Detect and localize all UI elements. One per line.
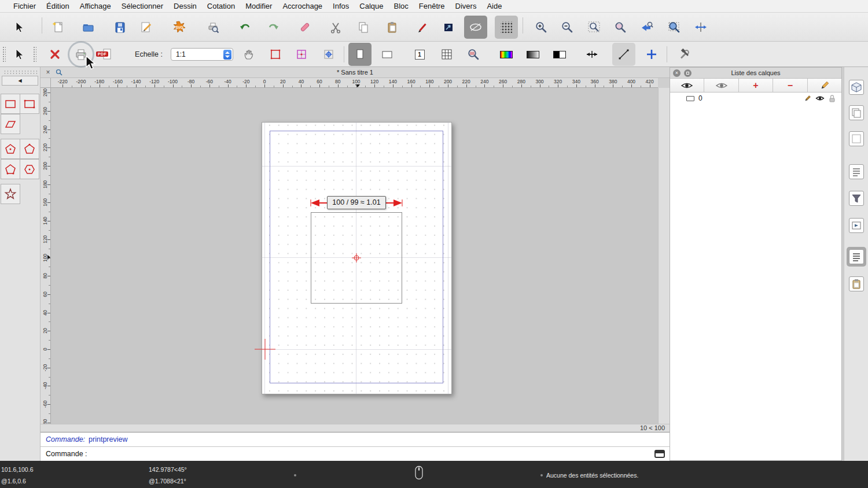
portrait-orientation-button[interactable] [348, 43, 372, 66]
multi-page-button[interactable] [435, 43, 458, 66]
center-page-button[interactable] [317, 43, 340, 66]
zoom-window-button[interactable] [663, 16, 686, 39]
draw-order-button[interactable] [437, 16, 460, 39]
redo-button[interactable] [262, 16, 285, 39]
dock-blocks-button[interactable] [848, 105, 865, 121]
layer-visibility-icon[interactable] [815, 95, 825, 102]
menu-item[interactable]: Accrochage [277, 2, 328, 10]
menu-item[interactable]: Fichier [8, 2, 41, 10]
zoom-pan-button[interactable] [689, 16, 712, 39]
menu-item[interactable]: Infos [328, 2, 354, 10]
menu-item[interactable]: Édition [41, 2, 75, 10]
remove-layer-button[interactable]: − [773, 79, 807, 92]
blackwhite-mode-button[interactable] [548, 43, 571, 66]
fit-width-button[interactable] [580, 43, 604, 66]
dock-library-button[interactable] [848, 164, 865, 180]
color-mode-button[interactable] [495, 43, 518, 66]
show-all-layers-button[interactable] [670, 79, 704, 92]
toolbox-drag-handle[interactable] [3, 70, 37, 74]
layer-edit-icon[interactable] [804, 95, 811, 102]
toolbar-drag-handle[interactable] [33, 46, 36, 62]
cut-button[interactable] [324, 16, 347, 39]
tool-polygon-2vertex-button[interactable] [1, 159, 20, 179]
settings-tools-button[interactable] [673, 43, 696, 66]
toolbar-separator [344, 46, 344, 62]
landscape-orientation-button[interactable] [376, 43, 399, 66]
menu-item[interactable]: Bloc [388, 2, 413, 10]
grayscale-mode-button[interactable] [521, 43, 545, 66]
close-print-preview-button[interactable] [43, 43, 67, 66]
pointer-button-2[interactable] [8, 43, 31, 66]
copy-button[interactable] [352, 16, 375, 39]
svg-export-button[interactable]: SVG [168, 16, 191, 39]
ruler-label: -100 [168, 79, 178, 84]
toolbar-drag-handle[interactable] [2, 46, 6, 62]
tool-star-button[interactable] [1, 184, 20, 204]
menu-item[interactable]: Sélectionner [116, 2, 168, 10]
drawing-canvas[interactable]: 100 / 99 ≈ 1.01 [51, 88, 658, 424]
pdf-export-button[interactable]: PDF [95, 43, 119, 66]
menu-item[interactable]: Affichage [75, 2, 116, 10]
dock-filter-button[interactable] [848, 190, 865, 206]
zoom-previous-button[interactable] [609, 16, 632, 39]
ruler-tick [319, 84, 320, 87]
edit-layer-button[interactable] [808, 79, 841, 92]
ruler-label: 20 [280, 79, 285, 84]
hide-all-layers-button[interactable] [704, 79, 738, 92]
dock-clipboard-button[interactable] [848, 276, 865, 292]
zoom-auto-button[interactable] [583, 16, 606, 39]
save-button[interactable] [108, 16, 131, 39]
zoom-out-button[interactable] [556, 16, 579, 39]
vertical-scrollbar[interactable] [658, 88, 670, 424]
dock-layer-list-button[interactable] [847, 247, 866, 267]
menu-item[interactable]: Divers [450, 2, 482, 10]
toolbox-collapse-button[interactable]: ◀ [2, 76, 38, 86]
margins-button[interactable] [290, 43, 313, 66]
panel-close-icon[interactable]: × [673, 69, 681, 77]
layer-construction-icon[interactable] [686, 96, 694, 101]
dock-3d-view-button[interactable] [848, 79, 865, 95]
line-tool-button[interactable] [612, 43, 635, 66]
menu-item[interactable]: Calque [354, 2, 388, 10]
layer-lock-icon[interactable] [829, 94, 836, 102]
grid-toggle-button[interactable] [495, 16, 518, 39]
edit-document-button[interactable] [134, 16, 157, 39]
new-document-button[interactable] [46, 16, 69, 39]
undo-button[interactable] [234, 16, 257, 39]
scale-select[interactable]: 1:1 [171, 48, 233, 61]
zoom-back-button[interactable] [635, 16, 659, 39]
zoom-page-button[interactable] [462, 43, 485, 66]
tool-rectangle-2corner-button[interactable] [20, 94, 39, 114]
tool-hexagon-button[interactable] [20, 159, 39, 179]
tool-rectangle-button[interactable] [1, 94, 20, 114]
pen-attributes-button[interactable] [411, 16, 434, 39]
drawing-area: × * Sans titre 1 -220-200-180-160-140-12… [41, 67, 670, 461]
absolute-coordinates: 101.6,100.6 [1, 466, 33, 473]
open-document-button[interactable] [76, 16, 100, 39]
add-point-button[interactable] [640, 43, 663, 66]
tool-polygon-vertex-button[interactable] [20, 139, 39, 159]
tool-polygon-center-button[interactable] [1, 139, 20, 159]
panel-detach-icon[interactable] [684, 69, 692, 77]
keyboard-toggle-icon[interactable] [654, 450, 665, 458]
print-preview-button[interactable] [201, 16, 225, 39]
paper-border-button[interactable] [264, 43, 287, 66]
paste-button[interactable] [381, 16, 404, 39]
menu-item[interactable]: Modifier [240, 2, 277, 10]
pan-hand-button[interactable] [237, 43, 260, 66]
single-page-button[interactable]: 1 [408, 43, 431, 66]
select-pointer-button[interactable] [8, 16, 31, 39]
ellipse-tool-button[interactable] [464, 16, 487, 39]
layer-row[interactable]: 0 [670, 93, 841, 104]
dock-command-button[interactable] [848, 217, 865, 234]
menu-item[interactable]: Cotation [202, 2, 240, 10]
dock-blank-panel-button[interactable] [848, 131, 865, 147]
tool-parallelogram-button[interactable] [1, 114, 20, 134]
add-layer-button[interactable]: + [739, 79, 773, 92]
menu-item[interactable]: Dessin [168, 2, 202, 10]
menu-item[interactable]: Aide [481, 2, 507, 10]
command-input[interactable] [90, 450, 670, 458]
zoom-in-button[interactable] [529, 16, 553, 39]
menu-item[interactable]: Fenêtre [414, 2, 450, 10]
delete-entities-button[interactable] [293, 16, 317, 39]
